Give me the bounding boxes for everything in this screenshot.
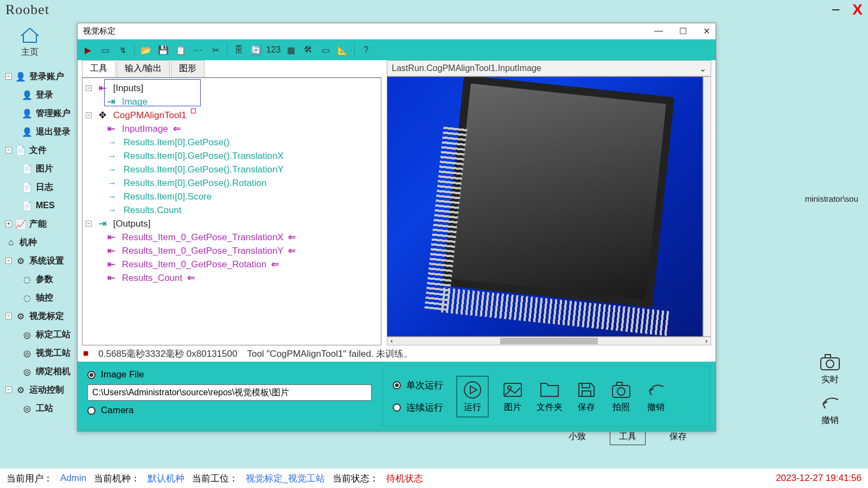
run-panel: 单次运行 连续运行 运行 图片 文件夹 保存 bbox=[382, 366, 710, 427]
tree-oty[interactable]: Results_Item_0_GetPose_TranslationY bbox=[122, 244, 284, 258]
vision-dialog: 视觉标定 — ☐ ✕ ▶ ▭ ↯ 📂 💾 📋 ⋯ ✂ 🗄 🔄 123 ▦ 🛠 ▭ bbox=[77, 23, 716, 432]
svg-rect-8 bbox=[617, 382, 622, 386]
label-icon[interactable]: ⋯ bbox=[192, 44, 204, 56]
text-icon[interactable]: ▭ bbox=[320, 44, 331, 56]
view-icon[interactable]: ▭ bbox=[99, 44, 111, 56]
tree-getpose[interactable]: Results.Item[0].GetPose() bbox=[124, 136, 230, 149]
tree-tx[interactable]: Results.Item[0].GetPose().TranslationX bbox=[124, 149, 284, 163]
home-button[interactable]: 主页 bbox=[12, 23, 47, 60]
radio-camera[interactable]: Camera bbox=[87, 405, 372, 416]
save-icon[interactable]: 💾 bbox=[157, 44, 169, 56]
dialog-status: ■ 0.5685毫秒3332毫秒 0x80131500 Tool "CogPMA… bbox=[78, 345, 716, 362]
source-panel: Image File C:\Users\Administrator\source… bbox=[83, 366, 376, 427]
dialog-tabs: 工具 输入/输出 图形 bbox=[82, 60, 381, 78]
tree-toolname[interactable]: CogPMAlignTool1 bbox=[113, 108, 186, 122]
radio-image-file[interactable]: Image File bbox=[87, 369, 372, 380]
dialog-close[interactable]: ✕ bbox=[703, 26, 710, 36]
home-icon bbox=[18, 25, 42, 44]
tree-score[interactable]: Results.Item[0].Score bbox=[124, 190, 212, 203]
app-topbar: Roobet – X bbox=[0, 0, 868, 20]
home-label: 主页 bbox=[18, 47, 42, 58]
close-button[interactable]: X bbox=[852, 1, 863, 18]
camera-icon bbox=[610, 380, 632, 400]
minimize-button[interactable]: – bbox=[832, 1, 839, 18]
tree-rot[interactable]: Results.Item[0].GetPose().Rotation bbox=[124, 176, 267, 190]
dialog-minimize[interactable]: — bbox=[654, 26, 663, 36]
window-buttons: – X bbox=[832, 1, 863, 18]
num-icon[interactable]: 123 bbox=[267, 44, 279, 56]
image-source-combo[interactable]: LastRun.CogPMAlignTool1.InputImage ⌄ bbox=[387, 60, 711, 76]
tree-inputs[interactable]: [Inputs] bbox=[113, 81, 143, 95]
run-icon[interactable]: ▶ bbox=[82, 44, 94, 56]
radio-continuous-run[interactable]: 连续运行 bbox=[393, 401, 443, 414]
image-path-input[interactable]: C:\Users\Administrator\source\repos\视觉模板… bbox=[87, 384, 372, 401]
tab-io[interactable]: 输入/输出 bbox=[117, 60, 170, 77]
save-icon bbox=[576, 380, 597, 400]
undo-icon bbox=[818, 392, 843, 414]
folder-button[interactable]: 文件夹 bbox=[537, 380, 563, 413]
svg-point-1 bbox=[826, 360, 834, 368]
tab-graphic[interactable]: 图形 bbox=[171, 60, 205, 77]
svg-rect-2 bbox=[825, 355, 831, 358]
undo-button-bg[interactable]: 撤销 bbox=[797, 392, 863, 426]
bg-path-fragment: ministrator\sou bbox=[805, 194, 858, 203]
status-timing: 0.5685毫秒3332毫秒 0x80131500 bbox=[98, 348, 237, 360]
tree-outputs[interactable]: [Outputs] bbox=[113, 217, 150, 230]
copy-icon[interactable]: 📋 bbox=[175, 44, 187, 56]
status-model: 默认机种 bbox=[148, 472, 184, 485]
dialog-toolbar: ▶ ▭ ↯ 📂 💾 📋 ⋯ ✂ 🗄 🔄 123 ▦ 🛠 ▭ 📐 ? bbox=[78, 40, 716, 60]
measure-icon[interactable]: 📐 bbox=[337, 44, 349, 56]
tree-orot[interactable]: Results_Item_0_GetPose_Rotation bbox=[122, 258, 267, 271]
image-button[interactable]: 图片 bbox=[502, 380, 524, 413]
cut-icon[interactable]: ✂ bbox=[209, 44, 221, 56]
status-msg: Tool "CogPMAlignTool1" failed. 未训练。 bbox=[247, 348, 413, 360]
tools-icon[interactable]: 🛠 bbox=[302, 44, 314, 56]
image-icon bbox=[502, 380, 524, 400]
tree-inputimage[interactable]: InputImage bbox=[122, 122, 168, 136]
app-logo: Roobet bbox=[5, 2, 49, 18]
run-button[interactable]: 运行 bbox=[456, 376, 489, 418]
tree-ocount[interactable]: Results_Count bbox=[122, 271, 183, 285]
realtime-button[interactable]: 实时 bbox=[797, 351, 863, 386]
undo-button[interactable]: 撤销 bbox=[645, 380, 667, 413]
preview-vscroll[interactable] bbox=[703, 76, 711, 337]
play-icon bbox=[462, 380, 483, 400]
tool-tree[interactable]: − ⇤ [Inputs] ⇥ Image − ✥ CogPMAlignTool1… bbox=[82, 78, 381, 345]
tree-ty[interactable]: Results.Item[0].GetPose().TranslationY bbox=[124, 163, 284, 176]
radio-icon bbox=[87, 371, 95, 379]
save-button[interactable]: 保存 bbox=[576, 380, 597, 413]
db-icon[interactable]: 🗄 bbox=[233, 44, 245, 56]
status-user: Admin bbox=[60, 473, 86, 484]
dialog-maximize[interactable]: ☐ bbox=[679, 26, 687, 36]
chevron-down-icon: ⌄ bbox=[699, 63, 706, 74]
folder-icon bbox=[539, 380, 560, 400]
svg-point-7 bbox=[617, 388, 625, 395]
open-icon[interactable]: 📂 bbox=[140, 44, 152, 56]
grid-icon[interactable]: ▦ bbox=[285, 44, 297, 56]
help-icon[interactable]: ? bbox=[360, 44, 372, 56]
status-bar: 当前用户：Admin 当前机种：默认机种 当前工位：视觉标定_视觉工站 当前状态… bbox=[0, 468, 868, 488]
image-preview[interactable] bbox=[387, 76, 703, 337]
radio-icon bbox=[87, 407, 95, 415]
undo-icon bbox=[645, 380, 667, 400]
dialog-title: 视觉标定 bbox=[83, 26, 116, 36]
status-station: 视觉标定_视觉工站 bbox=[246, 472, 324, 485]
refresh-icon[interactable]: 🔄 bbox=[250, 44, 262, 56]
svg-point-5 bbox=[508, 386, 511, 389]
preview-hscroll[interactable]: ‹› bbox=[387, 337, 711, 345]
status-state: 待机状态 bbox=[386, 472, 423, 485]
tree-otx[interactable]: Results_Item_0_GetPose_TranslationX bbox=[122, 230, 284, 244]
dialog-titlebar[interactable]: 视觉标定 — ☐ ✕ bbox=[78, 23, 716, 40]
link-icon[interactable]: ↯ bbox=[117, 44, 129, 56]
camera-icon bbox=[818, 351, 843, 373]
tab-tool[interactable]: 工具 bbox=[82, 60, 116, 77]
svg-point-3 bbox=[464, 382, 481, 398]
tree-count[interactable]: Results.Count bbox=[124, 203, 182, 217]
photo-button[interactable]: 拍照 bbox=[610, 380, 632, 413]
radio-single-run[interactable]: 单次运行 bbox=[393, 379, 443, 391]
tree-image[interactable]: Image bbox=[122, 95, 148, 108]
status-timestamp: 2023-12-27 19:41:56 bbox=[776, 473, 861, 484]
